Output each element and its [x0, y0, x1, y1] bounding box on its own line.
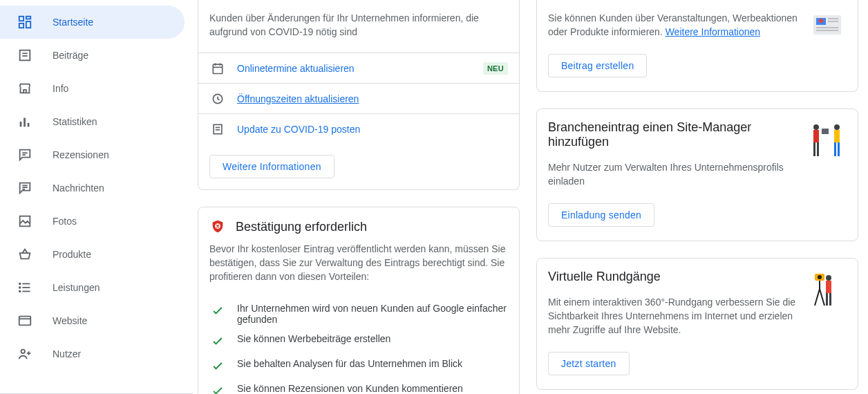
- main-column-left: Kunden über Änderungen für Ihr Unternehm…: [198, 0, 520, 394]
- verify-benefit-text: Sie behalten Analysen für das Unternehme…: [237, 358, 462, 369]
- sidebar-item-home[interactable]: Startseite: [0, 6, 185, 39]
- sidebar-item-products[interactable]: Produkte: [0, 238, 185, 271]
- sidebar-label-home: Startseite: [53, 17, 93, 28]
- basket-icon: [17, 246, 33, 263]
- svg-point-42: [819, 19, 823, 23]
- sidebar-label-posts: Beiträge: [53, 50, 88, 61]
- verify-benefit-item: Sie können Werbebeiträge erstellen: [209, 329, 508, 354]
- sidebar-item-info[interactable]: Info: [0, 72, 185, 105]
- verify-card: Bestätigung erforderlich Bevor Ihr koste…: [198, 207, 520, 394]
- svg-rect-7: [20, 122, 22, 126]
- sidebar-item-messages[interactable]: Nachrichten: [0, 171, 185, 205]
- newspaper-illustration-icon: [808, 11, 847, 77]
- posts-card-more-link[interactable]: Weitere Informationen: [666, 26, 760, 37]
- svg-rect-9: [28, 123, 30, 127]
- sidebar-label-website: Website: [53, 315, 87, 326]
- sidebar-label-services: Leistungen: [53, 282, 100, 293]
- covid-row-hours-label: Öffnungszeiten aktualisieren: [237, 93, 508, 104]
- create-post-button[interactable]: Beitrag erstellen: [548, 54, 647, 77]
- svg-rect-3: [19, 24, 23, 28]
- sidebar-label-messages: Nachrichten: [53, 182, 104, 194]
- sidebar-item-users[interactable]: Nutzer: [0, 337, 185, 370]
- posts-card: Sie können Kunden über Veranstaltungen, …: [536, 0, 858, 92]
- svg-rect-43: [822, 129, 829, 134]
- send-invite-button[interactable]: Einladung senden: [548, 203, 654, 227]
- svg-point-48: [834, 124, 840, 130]
- svg-point-55: [826, 275, 831, 281]
- dashboard-icon: [17, 14, 33, 30]
- start-tour-button[interactable]: Jetzt starten: [548, 352, 630, 375]
- post-icon: [17, 47, 33, 64]
- svg-rect-1: [26, 17, 30, 19]
- svg-rect-45: [813, 130, 819, 142]
- covid-row-appointments-label: Onlinetermine aktualisieren: [237, 63, 483, 74]
- svg-point-19: [19, 283, 21, 285]
- svg-rect-27: [213, 64, 222, 73]
- verify-card-title: Bestätigung erforderlich: [236, 220, 367, 234]
- website-icon: [17, 312, 33, 329]
- manager-card-intro: Mehr Nutzer zum Verwalten Ihres Unterneh…: [548, 160, 800, 188]
- svg-rect-56: [826, 281, 831, 293]
- tour-card-title: Virtuelle Rundgänge: [548, 270, 800, 284]
- svg-rect-22: [19, 317, 31, 326]
- note-icon: [209, 121, 226, 138]
- covid-row-post[interactable]: Update zu COVID-19 posten: [198, 113, 519, 144]
- posts-card-text: Sie können Kunden über Veranstaltungen, …: [548, 11, 800, 39]
- sidebar-item-stats[interactable]: Statistiken: [0, 105, 185, 138]
- shield-alert-icon: [209, 218, 226, 235]
- verify-benefit-text: Ihr Unternehmen wird von neuen Kunden au…: [237, 303, 508, 325]
- storefront-icon: [17, 80, 33, 97]
- sidebar-item-photos[interactable]: Fotos: [0, 205, 185, 238]
- verify-benefit-item: Sie behalten Analysen für das Unternehme…: [209, 354, 508, 379]
- manager-card: Brancheneintrag einen Site-Manager hinzu…: [536, 109, 858, 241]
- list-icon: [17, 279, 33, 296]
- svg-rect-2: [26, 21, 30, 28]
- tour-card: Virtuelle Rundgänge Mit einem interaktiv…: [536, 258, 858, 390]
- check-icon: [209, 303, 226, 319]
- clock-icon: [209, 91, 226, 107]
- sidebar-item-website[interactable]: Website: [0, 304, 185, 337]
- tour-card-intro: Mit einem interaktiven 360°-Rundgang ver…: [548, 295, 800, 337]
- sidebar-label-stats: Statistiken: [53, 116, 97, 127]
- bar-chart-icon: [17, 113, 33, 130]
- svg-rect-47: [817, 142, 819, 156]
- verify-benefit-item: Sie können Rezensionen von Kunden kommen…: [209, 379, 508, 394]
- camera-illustration-icon: [808, 270, 847, 375]
- verify-benefit-text: Sie können Werbebeiträge erstellen: [237, 333, 390, 344]
- manager-card-title: Brancheneintrag einen Site-Manager hinzu…: [548, 120, 800, 149]
- main-column-right: Sie können Kunden über Veranstaltungen, …: [536, 0, 858, 390]
- main-content: Kunden über Änderungen für Ihr Unternehm…: [194, 0, 868, 394]
- svg-point-44: [813, 124, 819, 130]
- sidebar-label-reviews: Rezensionen: [53, 149, 109, 160]
- sidebar-item-posts[interactable]: Beiträge: [0, 39, 185, 72]
- svg-rect-51: [838, 142, 840, 156]
- svg-rect-58: [829, 293, 831, 306]
- people-illustration-icon: [808, 120, 847, 227]
- svg-rect-49: [834, 130, 840, 142]
- sidebar-label-products: Produkte: [53, 249, 91, 260]
- sidebar-label-info: Info: [53, 83, 68, 94]
- verify-benefits-list: Ihr Unternehmen wird von neuen Kunden au…: [198, 294, 519, 394]
- check-icon: [209, 358, 226, 375]
- svg-rect-41: [828, 21, 838, 22]
- svg-point-21: [19, 291, 21, 292]
- svg-rect-50: [834, 142, 836, 156]
- sidebar-label-photos: Fotos: [53, 216, 77, 227]
- add-user-icon: [17, 346, 33, 362]
- covid-row-hours[interactable]: Öffnungszeiten aktualisieren: [198, 83, 519, 113]
- svg-rect-39: [816, 30, 838, 31]
- check-icon: [209, 333, 226, 350]
- covid-row-post-label: Update zu COVID-19 posten: [237, 124, 508, 135]
- message-icon: [17, 180, 33, 196]
- svg-point-20: [19, 287, 21, 288]
- sidebar-item-services[interactable]: Leistungen: [0, 271, 185, 304]
- svg-rect-8: [23, 118, 26, 127]
- calendar-icon: [209, 60, 226, 77]
- new-badge: NEU: [483, 62, 508, 75]
- sidebar: Startseite Beiträge Info Statistiken Rez…: [0, 0, 194, 394]
- covid-row-appointments[interactable]: Onlinetermine aktualisieren NEU: [198, 53, 519, 83]
- svg-rect-38: [816, 27, 838, 28]
- sidebar-item-reviews[interactable]: Rezensionen: [0, 138, 185, 171]
- svg-rect-15: [20, 216, 30, 227]
- covid-more-info-button[interactable]: Weitere Informationen: [209, 155, 334, 178]
